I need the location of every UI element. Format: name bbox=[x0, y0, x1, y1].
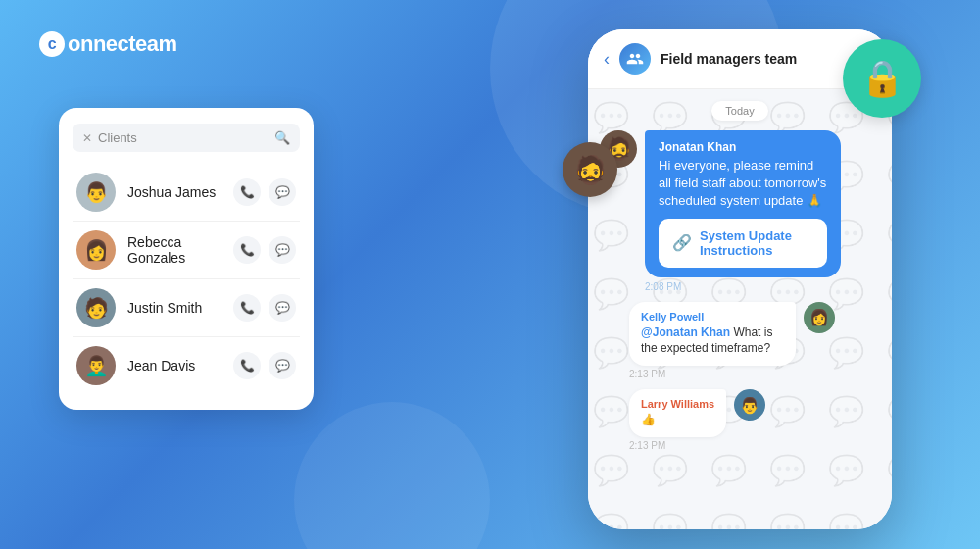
text-jonatan: Hi everyone, please remind all field sta… bbox=[659, 157, 827, 211]
text-larry: 👍 bbox=[641, 412, 714, 428]
contact-actions-rebecca: 📞 💬 bbox=[233, 236, 296, 264]
bubble-white-larry: Larry Williams 👍 bbox=[629, 389, 726, 437]
contact-name-justin: Justin Smith bbox=[127, 300, 221, 316]
sender-kelly: Kelly Powell bbox=[641, 311, 784, 323]
chat-area: Today 🧔 Jonatan Khan Hi everyone, please… bbox=[588, 89, 892, 463]
app-logo: c onnecteam bbox=[39, 31, 177, 57]
contact-actions-justin: 📞 💬 bbox=[233, 294, 296, 322]
date-pill-today: Today bbox=[711, 101, 767, 121]
phone-mockup: ‹ Field managers team Today 🧔 bbox=[588, 29, 892, 529]
contact-name-rebecca: Rebecca Gonzales bbox=[127, 234, 221, 266]
call-button-rebecca[interactable]: 📞 bbox=[233, 236, 261, 264]
time-larry: 2:13 PM bbox=[629, 440, 726, 451]
contact-item-jean: 👨‍🦱 Jean Davis 📞 💬 bbox=[73, 337, 300, 394]
logo-icon: c bbox=[39, 31, 65, 57]
chat-button-jean[interactable]: 💬 bbox=[269, 352, 296, 379]
bubble-larry: Larry Williams 👍 2:13 PM bbox=[629, 389, 726, 451]
call-button-justin[interactable]: 📞 bbox=[233, 294, 261, 322]
link-card-system-update[interactable]: 🔗 System Update Instructions bbox=[659, 219, 827, 268]
avatar-jean: 👨‍🦱 bbox=[76, 346, 116, 385]
chat-button-joshua[interactable]: 💬 bbox=[269, 178, 296, 206]
date-divider: Today bbox=[600, 101, 880, 121]
avatar-justin: 🧑 bbox=[76, 288, 116, 327]
close-icon[interactable]: ✕ bbox=[82, 131, 92, 145]
message-larry: Larry Williams 👍 2:13 PM 👨 bbox=[600, 389, 880, 451]
message-jonatan: 🧔 Jonatan Khan Hi everyone, please remin… bbox=[600, 130, 880, 292]
avatar-rebecca: 👩 bbox=[76, 230, 116, 270]
jonatan-floating-avatar: 🧔 bbox=[563, 142, 617, 197]
call-button-jean[interactable]: 📞 bbox=[233, 352, 261, 379]
search-label: Clients bbox=[98, 130, 269, 145]
avatar-larry: 👨 bbox=[734, 389, 765, 421]
contact-item-joshua: 👨 Joshua James 📞 💬 bbox=[73, 164, 300, 222]
chat-button-justin[interactable]: 💬 bbox=[269, 294, 296, 322]
search-bar[interactable]: ✕ Clients 🔍 bbox=[73, 124, 300, 152]
message-kelly: Kelly Powell @Jonatan Khan What is the e… bbox=[600, 302, 880, 380]
call-button-joshua[interactable]: 📞 bbox=[233, 178, 261, 206]
bg-decoration-2 bbox=[294, 402, 490, 549]
group-avatar bbox=[619, 43, 651, 75]
avatar-joshua: 👨 bbox=[76, 173, 116, 212]
contact-name-jean: Jean Davis bbox=[127, 358, 221, 374]
contact-actions-joshua: 📞 💬 bbox=[233, 178, 296, 206]
sender-jonatan: Jonatan Khan bbox=[659, 140, 827, 154]
avatar-kelly: 👩 bbox=[804, 302, 835, 333]
bubble-kelly: Kelly Powell @Jonatan Khan What is the e… bbox=[629, 302, 796, 380]
contact-name-joshua: Joshua James bbox=[127, 184, 221, 200]
contact-item-justin: 🧑 Justin Smith 📞 💬 bbox=[73, 279, 300, 337]
bubble-jonatan: Jonatan Khan Hi everyone, please remind … bbox=[645, 130, 841, 292]
search-icon[interactable]: 🔍 bbox=[274, 130, 290, 145]
time-kelly: 2:13 PM bbox=[629, 369, 796, 379]
contacts-panel: ✕ Clients 🔍 👨 Joshua James 📞 💬 👩 Rebecca… bbox=[59, 108, 314, 410]
phone-screen: ‹ Field managers team Today 🧔 bbox=[588, 29, 892, 529]
back-button[interactable]: ‹ bbox=[604, 49, 610, 70]
chat-title: Field managers team bbox=[661, 51, 797, 67]
lock-icon: 🔒 bbox=[860, 58, 905, 99]
group-icon bbox=[626, 50, 644, 68]
chat-button-rebecca[interactable]: 💬 bbox=[269, 236, 296, 264]
bubble-white-kelly: Kelly Powell @Jonatan Khan What is the e… bbox=[629, 302, 796, 367]
logo-text: onnecteam bbox=[68, 31, 177, 57]
time-jonatan: 2:08 PM bbox=[645, 281, 841, 292]
link-icon: 🔗 bbox=[672, 233, 692, 252]
sender-larry: Larry Williams bbox=[641, 398, 714, 410]
bubble-blue-jonatan: Jonatan Khan Hi everyone, please remind … bbox=[645, 130, 841, 277]
text-kelly: @Jonatan Khan What is the expected timef… bbox=[641, 324, 784, 358]
link-label-system-update: System Update Instructions bbox=[700, 228, 813, 258]
contact-item-rebecca: 👩 Rebecca Gonzales 📞 💬 bbox=[73, 222, 300, 279]
lock-badge: 🔒 bbox=[843, 39, 921, 118]
mention-jonatan: @Jonatan Khan bbox=[641, 325, 730, 339]
contact-actions-jean: 📞 💬 bbox=[233, 352, 296, 379]
